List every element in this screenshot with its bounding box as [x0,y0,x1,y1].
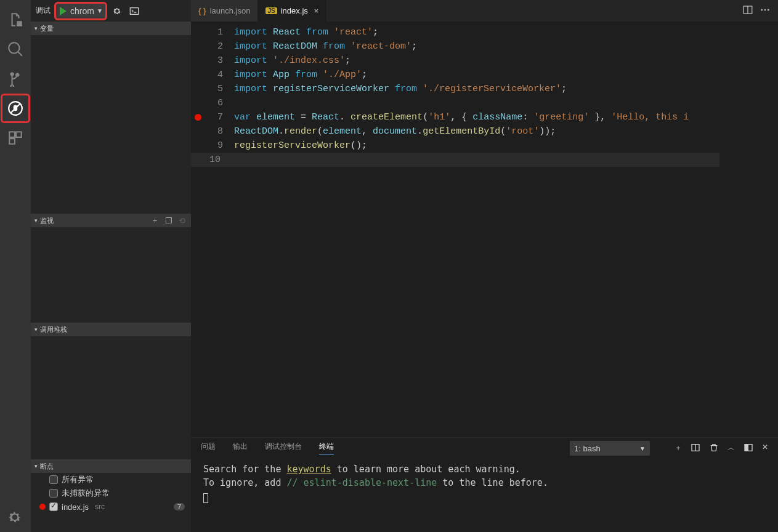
breakpoint-row[interactable]: index.jssrc7 [31,500,191,514]
code-line[interactable]: 8ReactDOM.render(element, document.getEl… [191,124,719,139]
code-content: var element = React. createElement('h1',… [234,110,689,124]
activity-search[interactable] [1,34,30,64]
line-number[interactable]: 8 [191,124,234,139]
panel-tab[interactable]: 调试控制台 [265,441,302,455]
terminal-body[interactable]: Search for the keywords to learn more ab… [191,459,778,532]
section-variables [31,35,191,214]
breakpoint-checkbox[interactable] [49,475,58,484]
code-line[interactable]: 4import App from './App'; [191,68,719,82]
svg-rect-1 [130,7,138,14]
collapse-button[interactable]: ❐ [163,216,174,225]
line-number[interactable]: 6 [191,96,234,110]
code-line[interactable]: 6 [191,96,719,110]
gear-icon [7,509,23,525]
debug-launch-selector[interactable]: chrom ▼ [54,2,107,20]
search-icon [7,41,23,57]
section-title: 断点 [40,462,54,471]
tab-close-button[interactable]: × [314,6,319,15]
code-content: registerServiceWorker(); [234,139,367,153]
activity-extensions[interactable] [1,123,30,153]
maximize-icon [744,443,753,453]
panel-tab[interactable]: 终端 [319,441,334,455]
line-number[interactable]: 9 [191,139,234,153]
tab-label: index.js [281,6,308,15]
svg-rect-8 [745,444,748,451]
section-variables-header[interactable]: ▾ 变量 [31,22,191,35]
more-actions-button[interactable] [760,4,771,17]
section-breakpoints-header[interactable]: ▾ 断点 [31,459,191,473]
split-icon [742,4,753,15]
code-editor[interactable]: 1import React from 'react';2import React… [191,22,719,437]
editor-tab[interactable]: { }launch.json [191,0,258,22]
debug-config-name: chrom [70,6,94,16]
breakpoint-line-badge: 7 [174,503,185,510]
json-file-icon: { } [198,7,206,15]
code-content: import registerServiceWorker from './reg… [234,82,567,96]
debug-title: 调试 [36,6,51,16]
section-watch [31,227,191,323]
minimap[interactable] [719,22,778,437]
section-callstack [31,336,191,459]
chevron-down-icon: ▼ [639,445,646,452]
activity-scm[interactable] [1,64,30,94]
add-watch-button[interactable]: ＋ [149,215,161,226]
chevron-down-icon: ▼ [97,7,103,14]
close-panel-button[interactable]: ✕ [762,443,768,454]
panel-tab[interactable]: 问题 [201,441,216,455]
code-line[interactable]: 10 [191,153,719,167]
line-number[interactable]: 1 [191,25,234,39]
code-content: ReactDOM.render(element, document.getEle… [234,124,556,139]
refresh-button[interactable]: ⟲ [177,216,187,225]
code-content: import './index.css'; [234,54,351,68]
activity-debug[interactable] [1,94,30,123]
breakpoint-row[interactable]: 未捕获的异常 [31,486,191,500]
scroll-up-button[interactable]: ︿ [727,443,735,454]
code-line[interactable]: 9registerServiceWorker(); [191,139,719,153]
chevron-down-icon: ▾ [34,25,38,31]
code-line[interactable]: 5import registerServiceWorker from './re… [191,82,719,96]
activity-explorer[interactable] [1,5,30,34]
split-terminal-button[interactable] [691,443,700,454]
breakpoint-dot[interactable] [195,114,201,121]
line-number[interactable]: 5 [191,82,234,96]
code-line[interactable]: 1import React from 'react'; [191,25,719,39]
breakpoint-path: src [95,502,105,511]
code-line[interactable]: 3import './index.css'; [191,54,719,68]
terminal-selector[interactable]: 1: bash ▼ [570,441,650,456]
editor-group: { }launch.jsonJSindex.js× 1import React … [191,0,778,532]
breakpoint-row[interactable]: 所有异常 [31,473,191,486]
terminal-selected: 1: bash [574,444,601,453]
line-number[interactable]: 7 [191,110,234,124]
split-editor-button[interactable] [742,4,753,17]
debug-console-button[interactable] [127,6,142,16]
debug-side-panel: 调试 chrom ▼ ▾ 变量 ▾ 监视 ＋ ❐ ⟲ [31,0,191,532]
no-bug-icon [7,100,23,116]
section-callstack-header[interactable]: ▾ 调用堆栈 [31,323,191,336]
line-number[interactable]: 3 [191,54,234,68]
files-icon [7,12,23,28]
new-terminal-button[interactable]: ＋ [675,443,682,454]
terminal-cursor [203,493,208,503]
section-watch-header[interactable]: ▾ 监视 ＋ ❐ ⟲ [31,214,191,227]
line-number[interactable]: 2 [191,39,234,54]
debug-settings-button[interactable] [110,6,124,16]
breakpoint-checkbox[interactable] [49,502,58,511]
section-breakpoints: 所有异常未捕获的异常index.jssrc7 [31,473,191,532]
kill-terminal-button[interactable] [709,443,719,454]
activity-settings[interactable] [0,502,30,532]
code-content: import App from './App'; [234,68,367,82]
code-content: import React from 'react'; [234,25,378,39]
editor-tab[interactable]: JSindex.js× [258,0,326,22]
maximize-panel-button[interactable] [744,443,753,454]
code-line[interactable]: 7var element = React. createElement('h1'… [191,110,719,124]
svg-point-3 [761,9,763,11]
line-number[interactable]: 4 [191,68,234,82]
line-number[interactable]: 10 [191,153,232,167]
gear-icon [112,6,122,16]
breakpoint-dot-icon [39,504,46,510]
js-file-icon: JS [265,7,277,14]
code-line[interactable]: 2import ReactDOM from 'react-dom'; [191,39,719,54]
panel-tab[interactable]: 输出 [233,441,248,455]
breakpoint-checkbox[interactable] [49,489,58,498]
chevron-down-icon: ▾ [34,326,38,332]
